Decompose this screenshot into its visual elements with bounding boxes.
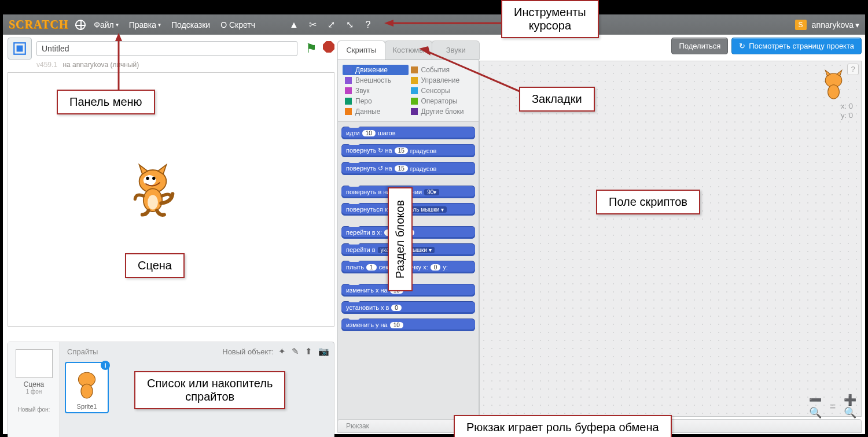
stage-thumb-label: Сцена: [8, 380, 60, 388]
block-change-y[interactable]: изменить y на10: [341, 319, 475, 331]
svg-point-7: [148, 195, 158, 209]
view-project-label: Посмотреть страницу проекта: [749, 42, 854, 50]
cat-sound[interactable]: Звук: [343, 86, 409, 96]
green-flag-icon[interactable]: ⚑: [306, 41, 317, 56]
svg-marker-17: [419, 46, 431, 55]
refresh-icon: ↻: [739, 42, 745, 50]
version-label: v459.1: [36, 61, 57, 69]
svg-point-11: [828, 85, 840, 99]
menu-tips[interactable]: Подсказки: [171, 20, 210, 29]
user-menu[interactable]: S annarykova▾: [795, 20, 859, 30]
new-backdrop-label: Новый фон:: [8, 406, 60, 413]
block-turn-cw[interactable]: повернуть ↻ на15градусов: [341, 144, 475, 157]
zoom-controls: ➖🔍 = ➕🔍: [809, 400, 856, 413]
sprite-cat[interactable]: [127, 160, 179, 217]
stamp-icon[interactable]: ▲: [289, 20, 299, 30]
share-button[interactable]: Поделиться: [671, 38, 728, 54]
globe-icon[interactable]: [75, 20, 86, 30]
svg-point-5: [152, 177, 155, 180]
help-icon[interactable]: ?: [363, 20, 373, 30]
scratch-logo[interactable]: SCRATCH: [9, 18, 68, 31]
callout-backpack: Рюкзак играет роль буфера обмена: [454, 415, 672, 437]
block-turn-ccw[interactable]: повернуть ↺ на15градусов: [341, 162, 475, 175]
block-set-x[interactable]: установить x в0: [341, 301, 475, 314]
cat-looks[interactable]: Внешность: [343, 75, 409, 86]
sprites-header: Спрайты: [65, 347, 222, 356]
info-icon[interactable]: i: [101, 361, 110, 370]
sprite-xy: x: 0y: 0: [841, 102, 853, 120]
block-move[interactable]: идти10шагов: [341, 127, 475, 139]
scripts-area[interactable]: ? x: 0y: 0 ➖🔍 = ➕🔍: [479, 61, 862, 417]
stop-icon[interactable]: [323, 41, 334, 53]
callout-blocks: Раздел блоков: [388, 187, 413, 291]
top-action-row: Поделиться ↻ Посмотреть страницу проекта: [671, 38, 862, 54]
callout-scripts: Поле скриптов: [596, 190, 700, 214]
cat-pen[interactable]: Перо: [343, 96, 409, 106]
upload-icon[interactable]: ⬆: [305, 346, 312, 357]
svg-line-16: [426, 51, 520, 91]
cat-operators[interactable]: Операторы: [409, 96, 475, 106]
svg-marker-15: [115, 33, 122, 41]
cat-data[interactable]: Данные: [343, 106, 409, 117]
callout-cursor-tools: Инструменты курсора: [501, 0, 599, 38]
callout-sprites: Список или накопитель спрайтов: [134, 371, 285, 409]
user-avatar: S: [795, 20, 807, 30]
cursor-tools: ▲ ✂ ⤢ ⤡ ?: [289, 20, 373, 30]
callout-menu: Панель меню: [57, 90, 155, 114]
tab-scripts[interactable]: Скрипты: [337, 40, 385, 60]
menu-edit[interactable]: Правка: [129, 20, 161, 29]
camera-icon[interactable]: 📷: [318, 346, 329, 357]
backpack-label: Рюкзак: [346, 422, 369, 430]
callout-stage: Сцена: [125, 253, 185, 278]
zoom-reset-icon[interactable]: =: [826, 400, 839, 413]
sprite-name: Sprite1: [67, 402, 106, 411]
view-project-button[interactable]: ↻ Посмотреть страницу проекта: [731, 38, 862, 54]
stage-thumb[interactable]: Сцена 1 фон Новый фон:: [8, 342, 60, 437]
svg-point-4: [146, 177, 149, 180]
paint-icon[interactable]: ✎: [292, 346, 299, 357]
cat-motion[interactable]: Движение: [343, 65, 409, 75]
svg-point-3: [144, 175, 156, 186]
duplicate-icon[interactable]: ✂: [307, 20, 318, 30]
zoom-out-icon[interactable]: ➖🔍: [809, 400, 822, 413]
library-icon[interactable]: ✦: [278, 346, 286, 357]
grow-icon[interactable]: ⤢: [326, 20, 336, 30]
menu-about[interactable]: О Скретч: [220, 20, 255, 29]
sprite-item[interactable]: i Sprite1: [65, 362, 109, 413]
view-mode-toggle[interactable]: [8, 38, 32, 60]
username: annarykova: [812, 20, 854, 29]
svg-marker-13: [384, 20, 393, 27]
svg-rect-1: [17, 46, 23, 52]
new-object-label: Новый объект:: [222, 347, 274, 356]
cat-more[interactable]: Другие блоки: [409, 106, 475, 117]
menu-file[interactable]: Файл: [94, 20, 118, 29]
project-title-input[interactable]: [36, 41, 297, 56]
sprite-thumbnail: [818, 67, 849, 102]
shrink-icon[interactable]: ⤡: [344, 20, 355, 30]
callout-tabs: Закладки: [519, 87, 595, 112]
byline: на annarykova (личный): [62, 61, 139, 69]
svg-point-9: [81, 384, 93, 398]
stage-thumb-sub: 1 фон: [8, 388, 60, 395]
zoom-in-icon[interactable]: ➕🔍: [844, 400, 856, 413]
